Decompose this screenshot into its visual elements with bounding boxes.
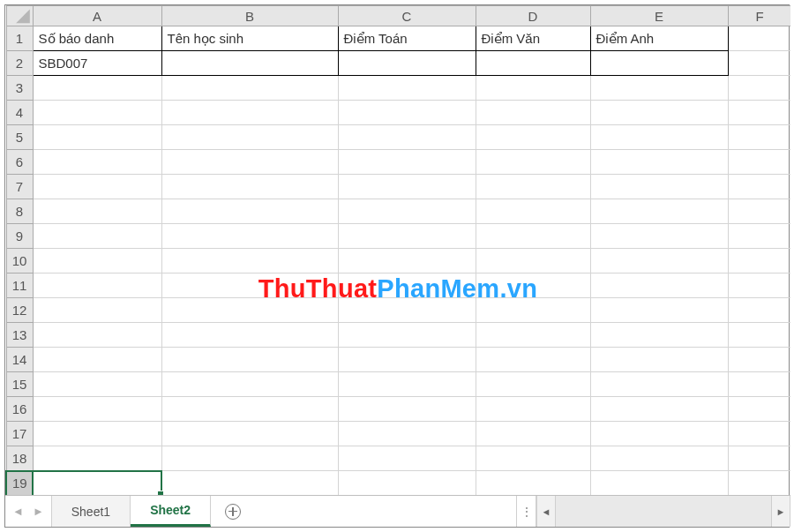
scroll-left-icon[interactable]: ◄: [536, 496, 556, 527]
row-header-1[interactable]: 1: [6, 26, 33, 51]
cell-E1[interactable]: Điểm Anh: [590, 26, 728, 51]
cell-C11[interactable]: [338, 273, 476, 298]
cell-E8[interactable]: [590, 199, 728, 224]
cell-C8[interactable]: [338, 199, 476, 224]
row-header-16[interactable]: 16: [6, 397, 33, 422]
sheet-tab-sheet1[interactable]: Sheet1: [52, 496, 131, 527]
cell-C2[interactable]: [338, 51, 476, 76]
cell-E4[interactable]: [590, 101, 728, 125]
cell-B3[interactable]: [161, 76, 338, 101]
column-header-A[interactable]: A: [33, 6, 161, 26]
cell-D5[interactable]: [476, 125, 590, 150]
cell-B11[interactable]: [161, 273, 338, 298]
cell-F19[interactable]: [728, 471, 790, 496]
cell-F9[interactable]: [728, 224, 790, 249]
cell-B17[interactable]: [161, 422, 338, 446]
cell-C15[interactable]: [338, 372, 476, 397]
cell-A15[interactable]: [33, 372, 161, 397]
cell-E5[interactable]: [590, 125, 728, 150]
cell-A13[interactable]: [33, 323, 161, 348]
cell-A2[interactable]: SBD007: [33, 51, 161, 76]
cell-F5[interactable]: [728, 125, 790, 150]
cell-D4[interactable]: [476, 101, 590, 125]
cell-F1[interactable]: [728, 26, 790, 51]
sheet-tab-sheet2[interactable]: Sheet2: [131, 496, 211, 527]
cell-E18[interactable]: [590, 446, 728, 471]
cell-E11[interactable]: [590, 273, 728, 298]
cell-C9[interactable]: [338, 224, 476, 249]
cell-F12[interactable]: [728, 298, 790, 323]
row-header-5[interactable]: 5: [6, 125, 33, 150]
cell-F15[interactable]: [728, 372, 790, 397]
cell-B12[interactable]: [161, 298, 338, 323]
cell-F13[interactable]: [728, 323, 790, 348]
cell-F2[interactable]: [728, 51, 790, 76]
cell-A6[interactable]: [33, 150, 161, 175]
cell-D17[interactable]: [476, 422, 590, 446]
cell-C19[interactable]: [338, 471, 476, 496]
tab-nav-next-icon[interactable]: ►: [33, 505, 44, 518]
cell-C17[interactable]: [338, 422, 476, 446]
cell-A17[interactable]: [33, 422, 161, 446]
cell-A11[interactable]: [33, 273, 161, 298]
cell-D19[interactable]: [476, 471, 590, 496]
cell-E19[interactable]: [590, 471, 728, 496]
cell-B7[interactable]: [161, 175, 338, 199]
cell-A8[interactable]: [33, 199, 161, 224]
row-header-19[interactable]: 19: [6, 471, 33, 496]
cell-C4[interactable]: [338, 101, 476, 125]
cell-F17[interactable]: [728, 422, 790, 446]
row-header-4[interactable]: 4: [6, 101, 33, 125]
cell-C6[interactable]: [338, 150, 476, 175]
row-header-12[interactable]: 12: [6, 298, 33, 323]
tab-nav-prev-icon[interactable]: ◄: [12, 505, 24, 518]
cell-D10[interactable]: [476, 249, 590, 273]
row-header-14[interactable]: 14: [6, 348, 33, 372]
cell-F3[interactable]: [728, 76, 790, 101]
cell-C14[interactable]: [338, 348, 476, 372]
cell-E17[interactable]: [590, 422, 728, 446]
cell-F6[interactable]: [728, 150, 790, 175]
row-header-3[interactable]: 3: [6, 76, 33, 101]
cell-B18[interactable]: [161, 446, 338, 471]
cell-F10[interactable]: [728, 249, 790, 273]
cell-C12[interactable]: [338, 298, 476, 323]
cell-C16[interactable]: [338, 397, 476, 422]
cell-A3[interactable]: [33, 76, 161, 101]
cell-C7[interactable]: [338, 175, 476, 199]
cell-B15[interactable]: [161, 372, 338, 397]
cell-B13[interactable]: [161, 323, 338, 348]
cell-A18[interactable]: [33, 446, 161, 471]
cell-B16[interactable]: [161, 397, 338, 422]
cell-B14[interactable]: [161, 348, 338, 372]
row-header-13[interactable]: 13: [6, 323, 33, 348]
cell-C1[interactable]: Điểm Toán: [338, 26, 476, 51]
cell-A4[interactable]: [33, 101, 161, 125]
cell-A10[interactable]: [33, 249, 161, 273]
cell-D11[interactable]: [476, 273, 590, 298]
cell-E6[interactable]: [590, 150, 728, 175]
cell-F18[interactable]: [728, 446, 790, 471]
column-header-F[interactable]: F: [728, 6, 790, 26]
cell-A7[interactable]: [33, 175, 161, 199]
cell-A5[interactable]: [33, 125, 161, 150]
cell-E2[interactable]: [590, 51, 728, 76]
cell-E14[interactable]: [590, 348, 728, 372]
cell-B9[interactable]: [161, 224, 338, 249]
row-header-6[interactable]: 6: [6, 150, 33, 175]
cell-F16[interactable]: [728, 397, 790, 422]
cell-D16[interactable]: [476, 397, 590, 422]
scroll-right-icon[interactable]: ►: [771, 496, 790, 527]
cell-D15[interactable]: [476, 372, 590, 397]
row-header-10[interactable]: 10: [6, 249, 33, 273]
row-header-18[interactable]: 18: [6, 446, 33, 471]
column-header-B[interactable]: B: [161, 6, 338, 26]
cell-A1[interactable]: Số báo danh: [33, 26, 161, 51]
tab-overflow-icon[interactable]: ⋮: [517, 496, 536, 527]
column-header-E[interactable]: E: [590, 6, 728, 26]
cell-D8[interactable]: [476, 199, 590, 224]
cell-E12[interactable]: [590, 298, 728, 323]
cell-D1[interactable]: Điểm Văn: [476, 26, 590, 51]
cell-A9[interactable]: [33, 224, 161, 249]
row-header-15[interactable]: 15: [6, 372, 33, 397]
